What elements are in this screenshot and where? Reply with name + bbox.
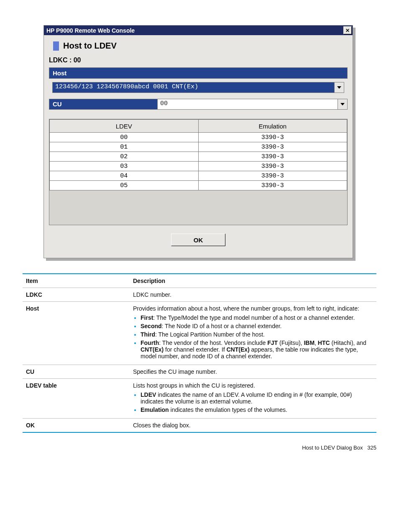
close-button[interactable]: ✕ (343, 26, 352, 34)
ldev-row[interactable]: 013390-3 (50, 142, 347, 152)
page-number: 325 (367, 445, 376, 451)
b: Third (141, 331, 155, 338)
desc-bullet: Fourth: The vendor of the host. Vendors … (141, 339, 373, 360)
title-marker-icon (53, 41, 59, 51)
host-select-trigger[interactable] (334, 82, 344, 93)
desc-row-cu: CU Specifies the CU image number. (23, 365, 376, 379)
footer-text: Host to LDEV Dialog Box (302, 445, 363, 451)
desc-col-item: Item (23, 274, 130, 288)
b: FJT (267, 339, 278, 346)
ldev-row[interactable]: 003390-3 (50, 133, 347, 142)
dialog-title: Host to LDEV (63, 41, 117, 51)
ldev-cell: 03 (50, 162, 199, 171)
ldkc-label: LDKC : 00 (49, 57, 348, 64)
t: (Hitachi), and (330, 339, 366, 346)
ldev-cell: 04 (50, 171, 199, 181)
b: Fourth (141, 339, 159, 346)
host-select-value: 123456/123 1234567890abcd 0001 CNT(Ex) (53, 82, 334, 93)
b: Second (141, 323, 162, 329)
b: IBM (304, 339, 315, 346)
chevron-down-icon (337, 86, 341, 89)
ldev-cell: 01 (50, 142, 199, 152)
b: CNT(Ex) (226, 346, 249, 353)
emulation-cell: 3390-3 (198, 162, 347, 171)
ldev-row[interactable]: 053390-3 (50, 181, 347, 190)
desc-item: LDKC (23, 288, 130, 302)
t: : The Node ID of a host or a channel ext… (162, 323, 282, 329)
emulation-cell: 3390-3 (198, 142, 347, 152)
desc-bullet: Emulation indicates the emulation types … (141, 406, 373, 413)
col-ldev-header[interactable]: LDEV (50, 120, 199, 133)
b: Emulation (141, 406, 169, 413)
ldev-table-container: LDEV Emulation 003390-3013390-3023390-30… (49, 119, 348, 225)
desc-intro: Lists host groups in which the CU is reg… (133, 382, 255, 389)
emulation-cell: 3390-3 (198, 133, 347, 142)
t: : The vendor of the host. Vendors includ… (159, 339, 267, 346)
b: CNT(Ex) (141, 346, 164, 353)
ldev-row[interactable]: 043390-3 (50, 171, 347, 181)
dialog-titlebar: HP P9000 Remote Web Console ✕ (44, 26, 353, 35)
window-title: HP P9000 Remote Web Console (46, 27, 135, 34)
t: for channel extender. If (164, 346, 226, 353)
t: , (315, 339, 318, 346)
ldev-cell: 05 (50, 181, 199, 190)
b: HTC (318, 339, 330, 346)
ldev-cell: 02 (50, 152, 199, 162)
ldev-row[interactable]: 033390-3 (50, 162, 347, 171)
desc-item: CU (23, 365, 130, 379)
desc-row-host: Host Provides information about a host, … (23, 302, 376, 365)
desc-bullet: First: The Type/Model the type and model… (141, 314, 373, 321)
close-icon: ✕ (345, 28, 350, 33)
t: indicates the emulation types of the vol… (169, 406, 287, 413)
desc-text: Closes the dialog box. (130, 419, 376, 433)
chevron-down-icon (340, 103, 345, 105)
t: : The Logical Partition Number of the ho… (155, 331, 265, 338)
t: indicates the name of an LDEV. A volume … (141, 391, 352, 405)
cu-select-trigger[interactable] (338, 99, 347, 109)
emulation-cell: 3390-3 (198, 171, 347, 181)
desc-bullet: LDEV indicates the name of an LDEV. A vo… (141, 391, 373, 405)
desc-bullet: Third: The Logical Partition Number of t… (141, 331, 373, 338)
ok-button[interactable]: OK (171, 234, 225, 246)
b: First (141, 314, 153, 321)
desc-text: Specifies the CU image number. (130, 365, 376, 379)
ldev-table: LDEV Emulation 003390-3013390-3023390-30… (49, 119, 347, 190)
host-section-header: Host (49, 67, 348, 79)
cu-select[interactable]: 00 (158, 99, 348, 110)
desc-text: Provides information about a host, where… (130, 302, 376, 365)
b: LDEV (141, 391, 156, 398)
t: (Fujitsu), (278, 339, 304, 346)
emulation-cell: 3390-3 (198, 152, 347, 162)
host-to-ldev-dialog: HP P9000 Remote Web Console ✕ Host to LD… (43, 25, 353, 258)
description-table: Item Description LDKC LDKC number. Host … (23, 273, 376, 433)
desc-row-ldkc: LDKC LDKC number. (23, 288, 376, 302)
ldev-row[interactable]: 023390-3 (50, 152, 347, 162)
cu-label: CU (49, 99, 158, 110)
ldev-cell: 00 (50, 133, 199, 142)
desc-item: Host (23, 302, 130, 365)
desc-col-description: Description (130, 274, 376, 288)
page-footer: Host to LDEV Dialog Box 325 (23, 445, 376, 451)
desc-item: OK (23, 419, 130, 433)
desc-text: LDKC number. (130, 288, 376, 302)
desc-item: LDEV table (23, 379, 130, 419)
desc-row-ok: OK Closes the dialog box. (23, 419, 376, 433)
emulation-cell: 3390-3 (198, 181, 347, 190)
col-emulation-header[interactable]: Emulation (198, 120, 347, 133)
desc-text: Lists host groups in which the CU is reg… (130, 379, 376, 419)
t: : The Type/Model the type and model numb… (153, 314, 355, 321)
desc-row-ldev-table: LDEV table Lists host groups in which th… (23, 379, 376, 419)
host-select[interactable]: 123456/123 1234567890abcd 0001 CNT(Ex) (52, 82, 344, 93)
desc-bullet: Second: The Node ID of a host or a chann… (141, 323, 373, 329)
cu-select-value: 00 (158, 99, 338, 109)
desc-intro: Provides information about a host, where… (133, 305, 359, 312)
